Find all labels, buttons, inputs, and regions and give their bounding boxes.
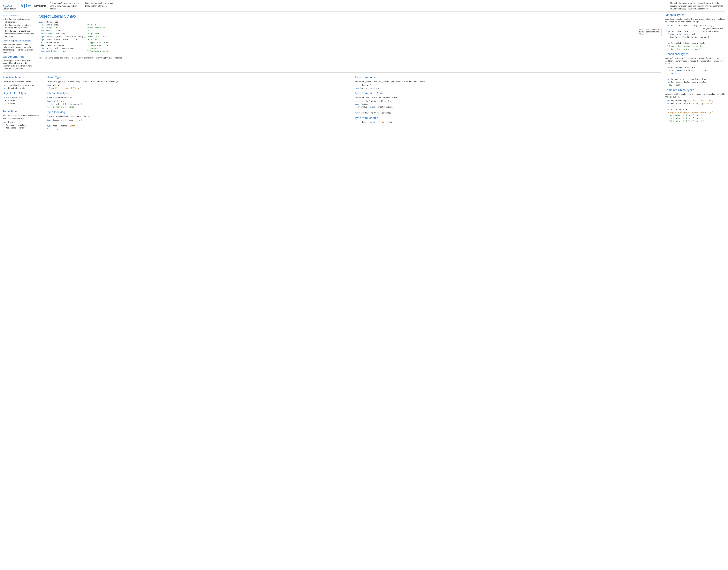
sidebar: Type vs Interface Interfaces can only de… — [3, 13, 36, 71]
indexing-note: A way to extract and name from a subset … — [47, 115, 351, 118]
primitive-code: type SanitizedInput = string; type Missi… — [3, 84, 43, 90]
tfv-code: const data = { ... } type Data = typeof … — [355, 84, 661, 90]
type-vs-interface-list: Interfaces can only describe object shap… — [5, 18, 34, 38]
key-points-label: Key points — [34, 4, 46, 8]
tvi-bullet-3: In performance critical types interface … — [5, 30, 34, 38]
callout-loop-fields: Loop through each field in the type gene… — [638, 28, 662, 36]
tvi-bullet-1: Interfaces can only describe object shap… — [5, 18, 34, 23]
tfm-code: const data: import("./data").data — [355, 121, 661, 124]
util-body: TypeScript includes a lot of global type… — [3, 59, 34, 70]
primitive-note: Useful for documentation mainly — [3, 80, 43, 83]
tfm-title: Type from Module — [355, 116, 661, 120]
mapped-title: Mapped Types — [666, 13, 725, 17]
vars-body: Much like how you can create variables w… — [3, 43, 34, 54]
brand-line2: Cheat Sheet — [3, 8, 16, 10]
template-code: type SupportedLangs = "en" | "pt" | "zh"… — [666, 99, 725, 123]
tfr-code: const createFixtures = () => { ... } typ… — [355, 100, 661, 114]
type-vs-interface-title: Type vs Interface — [3, 14, 34, 17]
callout-set-type-func: Sets type as a function with original ty… — [701, 27, 725, 33]
vars-title: Think of Types Like Variables — [3, 39, 34, 42]
conditional-note: Acts as "if statements" inside the type … — [666, 57, 725, 65]
union-code: type Size = "small" | "medium" | "large" — [47, 84, 351, 90]
template-note: A template string can be used to combine… — [666, 93, 725, 98]
tfv-note: Re-use the type from an existing JavaScr… — [355, 80, 661, 83]
conditional-title: Conditional Types — [666, 52, 725, 56]
tuple-code: type Data = [ location: Location, timest… — [3, 120, 43, 132]
objlit-code: type Location = { x: number; y: number; … — [3, 96, 43, 108]
intersection-title: Intersection Types — [47, 91, 351, 95]
col-typefrom: Type from Value Re-use the type from an … — [353, 74, 661, 133]
util-title: Build with Utility Types — [3, 55, 34, 58]
right-column: Mapped Types Acts like a map statement f… — [663, 13, 725, 133]
union-note: Describes a type which is one of many op… — [47, 80, 351, 83]
conditional-code: type HasFourLegs<Animal> = Animal extend… — [666, 66, 725, 86]
mapped-note: Acts like a map statement for the type s… — [666, 18, 725, 23]
page-header: TypeScript Cheat Sheet Type Key points F… — [3, 2, 725, 12]
tvi-bullet-2: Interfaces can be extended by declaring … — [5, 24, 34, 29]
ols-footer: Terser for saving space, see Interface C… — [39, 57, 661, 59]
key-point-2: Supports more rich type-system features … — [85, 2, 117, 7]
tuple-note: A tuple is a special-cased array with kn… — [3, 114, 43, 120]
logo-block: TypeScript Cheat Sheet Type — [3, 2, 31, 10]
ols-code: type JSONResponse = { version: number; /… — [39, 20, 661, 56]
tfv-title: Type from Value — [355, 75, 661, 79]
brand-line1: TypeScript — [3, 5, 16, 8]
indexing-code: type Response = { data: { ... } } type D… — [47, 118, 351, 130]
brand-big: Type — [17, 2, 31, 8]
col-primitive: Primitive Type Useful for documentation … — [3, 74, 45, 133]
intersection-note: A way to merge/extend types — [47, 96, 351, 99]
feature-note: These features are great for building li… — [670, 2, 725, 10]
tfr-title: Type from Func Return — [355, 91, 661, 95]
ols-title: Object Literal Syntax — [39, 13, 661, 19]
primitive-title: Primitive Type — [3, 75, 43, 79]
object-literal-syntax-section: Object Literal Syntax type JSONResponse … — [36, 13, 661, 71]
intersection-code: type Location = { x: number } & { y: num… — [47, 100, 351, 108]
union-title: Union Type — [47, 75, 351, 79]
col-union: Union Type Describes a type which is one… — [45, 74, 353, 133]
template-title: Template Union Types — [666, 88, 725, 92]
tfr-note: Re-use the return value from a function … — [355, 96, 661, 99]
indexing-title: Type Indexing — [47, 110, 351, 114]
objlit-title: Object Literal Type — [3, 91, 43, 95]
tuple-title: Tuple Type — [3, 109, 43, 113]
key-point-1: Full name is "type alias" and are used t… — [50, 2, 82, 10]
